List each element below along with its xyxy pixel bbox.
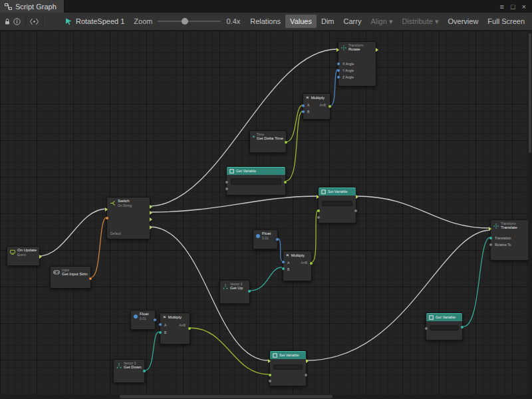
- port-x-angle[interactable]: [337, 63, 340, 65]
- tab-script-graph[interactable]: Script Graph: [0, 0, 65, 13]
- node-multiply-low[interactable]: × Multiply AA×B B: [160, 313, 190, 344]
- variable-name-field[interactable]: [322, 201, 352, 206]
- port-fallback[interactable]: [225, 188, 228, 190]
- wire-getdown-multiply[interactable]: [145, 332, 159, 370]
- wire-multiply-rotate-yangle[interactable]: [331, 69, 338, 106]
- align-button[interactable]: Align ▾: [366, 15, 397, 29]
- flow-out-port[interactable]: [356, 195, 358, 199]
- menu-icon[interactable]: ≡: [499, 3, 503, 11]
- flow-out-port[interactable]: [376, 48, 378, 52]
- node-set-variable-bottom[interactable]: Set Variable: [269, 350, 307, 386]
- flow-in-port[interactable]: [317, 195, 319, 199]
- port-b[interactable]: [159, 331, 162, 334]
- variable-name-field[interactable]: [273, 364, 303, 370]
- maximize-icon[interactable]: □: [511, 3, 515, 11]
- flow-out-port-2[interactable]: [150, 211, 152, 215]
- port-value-out[interactable]: [354, 209, 357, 212]
- flow-in-port[interactable]: [336, 48, 339, 52]
- port-a[interactable]: [282, 261, 285, 263]
- variable-name-field[interactable]: [430, 325, 459, 331]
- port-value[interactable]: [143, 370, 146, 372]
- vertical-scrollbar[interactable]: [528, 31, 532, 399]
- node-get-delta-time[interactable]: TimeGet Delta Time: [249, 130, 287, 153]
- port-b[interactable]: [302, 110, 305, 113]
- relations-button[interactable]: Relations: [245, 15, 285, 28]
- port-value-in[interactable]: [317, 209, 320, 212]
- wire-getinput-switch[interactable]: [91, 217, 106, 277]
- zoom-slider-track[interactable]: [158, 21, 221, 22]
- distribute-button[interactable]: Distribute ▾: [397, 15, 443, 29]
- flow-out-default[interactable]: [150, 225, 152, 229]
- port-value[interactable]: [276, 238, 279, 241]
- wire-getvar-multiply[interactable]: [286, 111, 303, 181]
- vertical-scrollbar-thumb[interactable]: [529, 33, 531, 153]
- node-rotate[interactable]: TransformRotate X Angle Y Angle Z Angle: [338, 41, 376, 86]
- port-object[interactable]: [225, 181, 228, 184]
- port-value[interactable]: [154, 319, 156, 321]
- node-float-top[interactable]: Float0.01: [253, 229, 278, 249]
- port-value-out[interactable]: [305, 374, 307, 376]
- port-translation[interactable]: [489, 237, 492, 239]
- node-vector3-get-down[interactable]: Vector 3Get Down: [113, 359, 145, 383]
- flow-out-port-1[interactable]: [150, 205, 152, 209]
- carry-button[interactable]: Carry: [339, 15, 366, 28]
- node-float-low[interactable]: Float0.01: [130, 310, 156, 330]
- port-value[interactable]: [461, 326, 464, 329]
- node-get-variable-right[interactable]: Get Variable: [426, 313, 463, 340]
- zoom-slider-thumb[interactable]: [182, 18, 188, 25]
- flow-in-port[interactable]: [105, 207, 108, 211]
- port-result[interactable]: [329, 105, 331, 108]
- flow-out-port[interactable]: [39, 255, 42, 259]
- values-button[interactable]: Values: [285, 15, 317, 28]
- close-icon[interactable]: ×: [522, 3, 526, 11]
- port-a[interactable]: [302, 104, 305, 107]
- port-value[interactable]: [284, 181, 287, 184]
- node-translate[interactable]: TransformTranslate Translation Relative …: [490, 219, 532, 261]
- horizontal-scrollbar[interactable]: [0, 394, 532, 399]
- wire-getup-multiply[interactable]: [250, 267, 282, 291]
- graph-canvas[interactable]: TransformRotate X Angle Y Angle Z Angle …: [0, 31, 532, 399]
- wire-float-multiply[interactable]: [278, 239, 282, 261]
- port-value-in[interactable]: [269, 374, 271, 376]
- flow-in-port[interactable]: [268, 359, 271, 363]
- port-y-angle[interactable]: [337, 69, 340, 72]
- port-relative-to[interactable]: [489, 243, 492, 246]
- port-result[interactable]: [285, 141, 287, 144]
- port-selector[interactable]: [106, 217, 108, 219]
- port-result[interactable]: [310, 262, 313, 265]
- wire-onupdate-switch[interactable]: [39, 209, 106, 256]
- info-icon[interactable]: [12, 15, 21, 28]
- node-multiply-mid[interactable]: × Multiply AA×B B: [283, 251, 312, 281]
- graph-name[interactable]: RotateSpeed 1: [76, 17, 124, 25]
- port-object[interactable]: [317, 216, 320, 219]
- zoom-slider[interactable]: [158, 17, 221, 26]
- node-multiply-top[interactable]: × Multiply AA×B B: [303, 93, 331, 120]
- flow-in-port[interactable]: [489, 227, 491, 231]
- dim-button[interactable]: Dim: [317, 15, 339, 28]
- wire-multiplylow-setvarbottom[interactable]: [190, 328, 269, 374]
- port-z-angle[interactable]: [337, 76, 340, 78]
- node-switch[interactable]: SwitchOn String Default: [106, 197, 150, 239]
- wire-setvarbottom-translate[interactable]: [307, 230, 490, 360]
- lock-icon[interactable]: [3, 15, 12, 28]
- node-on-update[interactable]: On UpdateEvent: [7, 246, 40, 266]
- wire-setvar-translate[interactable]: [356, 196, 490, 228]
- port-value[interactable]: [248, 290, 251, 293]
- node-set-variable-mid[interactable]: Set Variable: [318, 187, 356, 223]
- node-get-variable-top[interactable]: Get Variable: [226, 166, 286, 196]
- wire-getvarright-translate[interactable]: [464, 237, 490, 327]
- horizontal-scrollbar-thumb[interactable]: [120, 395, 332, 398]
- overview-button[interactable]: Overview: [444, 15, 483, 28]
- full-screen-button[interactable]: Full Screen: [483, 15, 529, 28]
- port-result[interactable]: [188, 327, 191, 330]
- node-get-input-string[interactable]: InputGet Input Strin: [50, 266, 91, 289]
- flow-out-port[interactable]: [306, 359, 309, 363]
- flow-out-port-3[interactable]: [150, 217, 152, 221]
- port-result[interactable]: [89, 277, 92, 280]
- port-object[interactable]: [269, 380, 271, 382]
- port-b[interactable]: [282, 267, 285, 270]
- zoom-to-fit-icon[interactable]: [29, 15, 39, 28]
- port-a[interactable]: [159, 323, 162, 326]
- wire-deltatime-multiply[interactable]: [287, 105, 303, 142]
- port-object[interactable]: [425, 327, 428, 330]
